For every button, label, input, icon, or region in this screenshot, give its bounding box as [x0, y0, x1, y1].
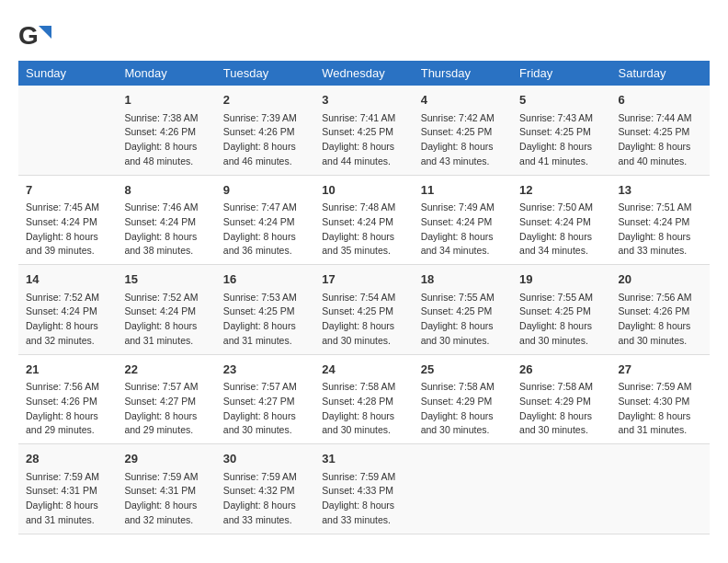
day-cell: 16Sunrise: 7:53 AM Sunset: 4:25 PM Dayli…	[216, 265, 314, 355]
day-number: 18	[421, 270, 505, 289]
day-cell: 17Sunrise: 7:54 AM Sunset: 4:25 PM Dayli…	[314, 265, 413, 355]
day-cell	[512, 444, 610, 534]
day-cell: 7Sunrise: 7:45 AM Sunset: 4:24 PM Daylig…	[18, 175, 117, 265]
day-info: Sunrise: 7:55 AM Sunset: 4:25 PM Dayligh…	[421, 291, 505, 349]
day-info: Sunrise: 7:50 AM Sunset: 4:24 PM Dayligh…	[519, 201, 603, 259]
logo: G	[18, 18, 55, 52]
day-info: Sunrise: 7:57 AM Sunset: 4:27 PM Dayligh…	[124, 380, 208, 438]
day-cell: 9Sunrise: 7:47 AM Sunset: 4:24 PM Daylig…	[216, 175, 314, 265]
day-number: 7	[26, 181, 109, 200]
day-cell	[18, 86, 117, 175]
day-number: 31	[322, 450, 405, 468]
header-cell-saturday: Saturday	[611, 61, 710, 86]
day-info: Sunrise: 7:51 AM Sunset: 4:24 PM Dayligh…	[619, 201, 702, 259]
day-cell: 26Sunrise: 7:58 AM Sunset: 4:29 PM Dayli…	[512, 354, 610, 444]
day-number: 26	[519, 361, 603, 379]
day-number: 1	[124, 91, 208, 109]
day-info: Sunrise: 7:39 AM Sunset: 4:26 PM Dayligh…	[223, 111, 307, 169]
day-cell: 12Sunrise: 7:50 AM Sunset: 4:24 PM Dayli…	[512, 175, 610, 265]
day-number: 11	[421, 181, 505, 200]
day-info: Sunrise: 7:52 AM Sunset: 4:24 PM Dayligh…	[26, 291, 109, 349]
day-cell: 27Sunrise: 7:59 AM Sunset: 4:30 PM Dayli…	[611, 354, 710, 444]
day-cell: 24Sunrise: 7:58 AM Sunset: 4:28 PM Dayli…	[314, 354, 413, 444]
header-cell-wednesday: Wednesday	[314, 61, 413, 86]
day-info: Sunrise: 7:57 AM Sunset: 4:27 PM Dayligh…	[223, 380, 307, 438]
day-cell: 13Sunrise: 7:51 AM Sunset: 4:24 PM Dayli…	[611, 175, 710, 265]
header-cell-thursday: Thursday	[414, 61, 512, 86]
day-info: Sunrise: 7:55 AM Sunset: 4:25 PM Dayligh…	[519, 291, 603, 349]
day-number: 24	[322, 361, 405, 379]
day-cell: 31Sunrise: 7:59 AM Sunset: 4:33 PM Dayli…	[314, 444, 413, 534]
header-row: SundayMondayTuesdayWednesdayThursdayFrid…	[18, 61, 710, 86]
calendar-header: SundayMondayTuesdayWednesdayThursdayFrid…	[18, 61, 710, 86]
day-number: 6	[619, 91, 702, 109]
day-cell: 8Sunrise: 7:46 AM Sunset: 4:24 PM Daylig…	[117, 175, 215, 265]
day-info: Sunrise: 7:59 AM Sunset: 4:30 PM Dayligh…	[619, 380, 702, 438]
day-info: Sunrise: 7:42 AM Sunset: 4:25 PM Dayligh…	[421, 111, 505, 169]
calendar-body: 1Sunrise: 7:38 AM Sunset: 4:26 PM Daylig…	[18, 86, 710, 534]
svg-text:G: G	[18, 21, 39, 50]
day-number: 14	[26, 270, 109, 289]
day-info: Sunrise: 7:45 AM Sunset: 4:24 PM Dayligh…	[26, 201, 109, 259]
header-cell-sunday: Sunday	[18, 61, 117, 86]
week-row-1: 1Sunrise: 7:38 AM Sunset: 4:26 PM Daylig…	[18, 86, 710, 175]
day-number: 16	[223, 270, 307, 289]
day-number: 28	[26, 450, 109, 468]
day-info: Sunrise: 7:58 AM Sunset: 4:29 PM Dayligh…	[519, 380, 603, 438]
day-number: 30	[223, 450, 307, 468]
day-number: 17	[322, 270, 405, 289]
day-cell: 20Sunrise: 7:56 AM Sunset: 4:26 PM Dayli…	[611, 265, 710, 355]
day-cell: 1Sunrise: 7:38 AM Sunset: 4:26 PM Daylig…	[117, 86, 215, 175]
week-row-4: 21Sunrise: 7:56 AM Sunset: 4:26 PM Dayli…	[18, 354, 710, 444]
week-row-5: 28Sunrise: 7:59 AM Sunset: 4:31 PM Dayli…	[18, 444, 710, 534]
day-info: Sunrise: 7:47 AM Sunset: 4:24 PM Dayligh…	[223, 201, 307, 259]
day-info: Sunrise: 7:56 AM Sunset: 4:26 PM Dayligh…	[619, 291, 702, 349]
day-cell	[611, 444, 710, 534]
day-number: 15	[124, 270, 208, 289]
day-info: Sunrise: 7:46 AM Sunset: 4:24 PM Dayligh…	[124, 201, 208, 259]
day-number: 25	[421, 361, 505, 379]
day-info: Sunrise: 7:49 AM Sunset: 4:24 PM Dayligh…	[421, 201, 505, 259]
day-info: Sunrise: 7:54 AM Sunset: 4:25 PM Dayligh…	[322, 291, 405, 349]
day-cell: 6Sunrise: 7:44 AM Sunset: 4:25 PM Daylig…	[611, 86, 710, 175]
day-number: 4	[421, 91, 505, 109]
day-cell: 19Sunrise: 7:55 AM Sunset: 4:25 PM Dayli…	[512, 265, 610, 355]
day-cell: 30Sunrise: 7:59 AM Sunset: 4:32 PM Dayli…	[216, 444, 314, 534]
week-row-3: 14Sunrise: 7:52 AM Sunset: 4:24 PM Dayli…	[18, 265, 710, 355]
day-cell: 15Sunrise: 7:52 AM Sunset: 4:24 PM Dayli…	[117, 265, 215, 355]
svg-marker-1	[39, 26, 51, 39]
header-cell-monday: Monday	[117, 61, 215, 86]
day-cell: 11Sunrise: 7:49 AM Sunset: 4:24 PM Dayli…	[414, 175, 512, 265]
day-cell: 21Sunrise: 7:56 AM Sunset: 4:26 PM Dayli…	[18, 354, 117, 444]
day-cell: 2Sunrise: 7:39 AM Sunset: 4:26 PM Daylig…	[216, 86, 314, 175]
day-number: 8	[124, 181, 208, 200]
logo-icon: G	[18, 18, 51, 52]
day-info: Sunrise: 7:52 AM Sunset: 4:24 PM Dayligh…	[124, 291, 208, 349]
day-number: 5	[519, 91, 603, 109]
day-info: Sunrise: 7:48 AM Sunset: 4:24 PM Dayligh…	[322, 201, 405, 259]
day-number: 3	[322, 91, 405, 109]
header-cell-friday: Friday	[512, 61, 610, 86]
header-cell-tuesday: Tuesday	[216, 61, 314, 86]
day-number: 13	[619, 181, 702, 200]
day-cell: 14Sunrise: 7:52 AM Sunset: 4:24 PM Dayli…	[18, 265, 117, 355]
day-cell: 25Sunrise: 7:58 AM Sunset: 4:29 PM Dayli…	[414, 354, 512, 444]
day-number: 27	[619, 361, 702, 379]
day-cell: 28Sunrise: 7:59 AM Sunset: 4:31 PM Dayli…	[18, 444, 117, 534]
day-number: 20	[619, 270, 702, 289]
day-cell: 22Sunrise: 7:57 AM Sunset: 4:27 PM Dayli…	[117, 354, 215, 444]
day-number: 12	[519, 181, 603, 200]
day-number: 19	[519, 270, 603, 289]
day-number: 21	[26, 361, 109, 379]
day-cell	[414, 444, 512, 534]
day-cell: 5Sunrise: 7:43 AM Sunset: 4:25 PM Daylig…	[512, 86, 610, 175]
day-info: Sunrise: 7:59 AM Sunset: 4:33 PM Dayligh…	[322, 470, 405, 528]
day-cell: 29Sunrise: 7:59 AM Sunset: 4:31 PM Dayli…	[117, 444, 215, 534]
day-info: Sunrise: 7:43 AM Sunset: 4:25 PM Dayligh…	[519, 111, 603, 169]
day-info: Sunrise: 7:59 AM Sunset: 4:32 PM Dayligh…	[223, 470, 307, 528]
week-row-2: 7Sunrise: 7:45 AM Sunset: 4:24 PM Daylig…	[18, 175, 710, 265]
day-number: 10	[322, 181, 405, 200]
day-number: 23	[223, 361, 307, 379]
page-header: G	[18, 18, 710, 52]
day-cell: 23Sunrise: 7:57 AM Sunset: 4:27 PM Dayli…	[216, 354, 314, 444]
